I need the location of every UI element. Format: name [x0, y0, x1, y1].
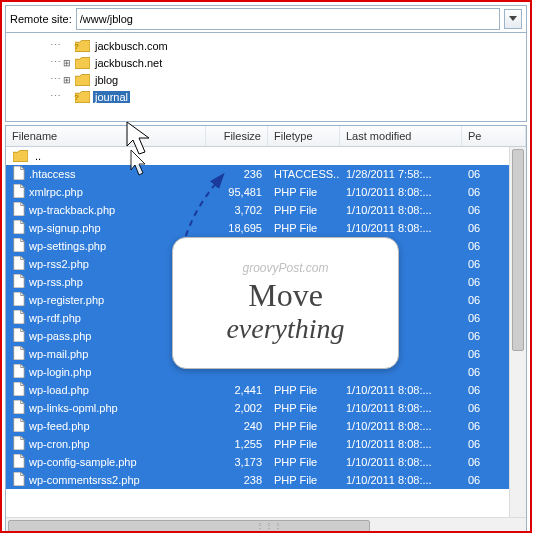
remote-tree[interactable]: ⋯ ? jackbusch.com⋯⊞ jackbusch.net⋯⊞ jblo… [6, 33, 526, 121]
table-row[interactable]: wp-feed.php 240 PHP File 1/10/2011 8:08:… [6, 417, 526, 435]
file-size: 1,255 [206, 438, 268, 450]
annotation-callout: groovyPost.com Move everything [172, 237, 399, 369]
expand-icon[interactable]: ⊞ [60, 58, 74, 68]
header-filename[interactable]: Filename [6, 126, 206, 146]
file-name: wp-rdf.php [29, 312, 81, 324]
table-row[interactable]: wp-cron.php 1,255 PHP File 1/10/2011 8:0… [6, 435, 526, 453]
file-size: 240 [206, 420, 268, 432]
header-filetype[interactable]: Filetype [268, 126, 340, 146]
remote-path-dropdown[interactable] [504, 9, 522, 29]
file-icon [12, 274, 25, 290]
file-icon [12, 400, 25, 416]
table-row[interactable]: wp-config-sample.php 3,173 PHP File 1/10… [6, 453, 526, 471]
tree-item-label: jackbusch.com [93, 40, 170, 52]
table-row[interactable]: wp-commentsrss2.php 238 PHP File 1/10/20… [6, 471, 526, 489]
file-modified: 1/10/2011 8:08:... [340, 384, 462, 396]
file-type: HTACCESS... [268, 168, 340, 180]
tree-item[interactable]: ⋯ ? jackbusch.com [12, 37, 520, 54]
file-size: 3,702 [206, 204, 268, 216]
tree-item-label: journal [93, 91, 130, 103]
file-name: wp-register.php [29, 294, 104, 306]
file-icon [12, 202, 25, 218]
remote-site-label: Remote site: [10, 13, 72, 25]
file-icon [12, 328, 25, 344]
tree-item[interactable]: ⋯ ? journal [12, 88, 520, 105]
remote-panel: Remote site: ⋯ ? jackbusch.com⋯⊞ jackbus… [5, 5, 527, 122]
file-icon [12, 436, 25, 452]
file-type: PHP File [268, 456, 340, 468]
tree-item[interactable]: ⋯⊞ jackbusch.net [12, 54, 520, 71]
file-icon [12, 382, 25, 398]
file-name: wp-settings.php [29, 240, 106, 252]
file-type: PHP File [268, 420, 340, 432]
file-name: wp-mail.php [29, 348, 88, 360]
remote-site-row: Remote site: [6, 6, 526, 33]
file-name: xmlrpc.php [29, 186, 83, 198]
tree-item-label: jblog [93, 74, 120, 86]
column-headers[interactable]: Filename Filesize Filetype Last modified… [6, 126, 526, 147]
file-name: wp-rss2.php [29, 258, 89, 270]
header-permissions[interactable]: Pe [462, 126, 526, 146]
file-name: .htaccess [29, 168, 75, 180]
file-name: wp-signup.php [29, 222, 101, 234]
annotation-line2: everything [226, 313, 344, 345]
file-name: wp-commentsrss2.php [29, 474, 140, 486]
hscroll-thumb[interactable] [8, 520, 370, 532]
table-row[interactable]: xmlrpc.php 95,481 PHP File 1/10/2011 8:0… [6, 183, 526, 201]
file-icon [12, 346, 25, 362]
file-modified: 1/10/2011 8:08:... [340, 204, 462, 216]
table-row[interactable]: wp-load.php 2,441 PHP File 1/10/2011 8:0… [6, 381, 526, 399]
file-name: wp-config-sample.php [29, 456, 137, 468]
parent-dir-row[interactable]: .. [6, 147, 526, 165]
file-size: 236 [206, 168, 268, 180]
file-icon [12, 184, 25, 200]
file-icon [12, 454, 25, 470]
folder-icon [74, 56, 90, 70]
file-icon [12, 292, 25, 308]
file-size: 2,441 [206, 384, 268, 396]
table-row[interactable]: wp-links-opml.php 2,002 PHP File 1/10/20… [6, 399, 526, 417]
file-type: PHP File [268, 384, 340, 396]
tree-line: ⋯ [50, 56, 60, 69]
vertical-scrollbar[interactable] [509, 147, 526, 517]
file-size: 18,695 [206, 222, 268, 234]
file-name: wp-cron.php [29, 438, 90, 450]
tree-spacer [60, 92, 74, 102]
header-modified[interactable]: Last modified [340, 126, 462, 146]
table-row[interactable]: .htaccess 236 HTACCESS... 1/28/2011 7:58… [6, 165, 526, 183]
tree-line: ⋯ [50, 39, 60, 52]
expand-icon[interactable]: ⊞ [60, 75, 74, 85]
file-modified: 1/10/2011 8:08:... [340, 222, 462, 234]
folder-icon: ? [74, 39, 90, 53]
file-type: PHP File [268, 222, 340, 234]
file-type: PHP File [268, 402, 340, 414]
header-filesize[interactable]: Filesize [206, 126, 268, 146]
remote-path-input[interactable] [76, 8, 500, 30]
table-row[interactable]: wp-trackback.php 3,702 PHP File 1/10/201… [6, 201, 526, 219]
tree-line: ⋯ [50, 73, 60, 86]
horizontal-scrollbar[interactable]: ⋮⋮⋮ [6, 517, 526, 533]
tree-item[interactable]: ⋯⊞ jblog [12, 71, 520, 88]
annotation-line1: Move [248, 279, 323, 311]
file-icon [12, 364, 25, 380]
parent-dir-label: .. [35, 150, 41, 162]
scroll-thumb[interactable] [512, 149, 524, 351]
tree-item-label: jackbusch.net [93, 57, 164, 69]
file-icon [12, 238, 25, 254]
file-name: wp-login.php [29, 366, 91, 378]
table-row[interactable]: wp-signup.php 18,695 PHP File 1/10/2011 … [6, 219, 526, 237]
file-icon [12, 220, 25, 236]
file-name: wp-trackback.php [29, 204, 115, 216]
tree-spacer [60, 41, 74, 51]
file-name: wp-links-opml.php [29, 402, 118, 414]
file-icon [12, 256, 25, 272]
tree-line: ⋯ [50, 90, 60, 103]
file-name: wp-rss.php [29, 276, 83, 288]
scroll-grip-icon: ⋮⋮⋮ [256, 521, 276, 531]
file-type: PHP File [268, 186, 340, 198]
file-modified: 1/10/2011 8:08:... [340, 186, 462, 198]
file-name: wp-feed.php [29, 420, 90, 432]
file-size: 2,002 [206, 402, 268, 414]
file-name: wp-load.php [29, 384, 89, 396]
watermark: groovyPost.com [242, 261, 328, 275]
